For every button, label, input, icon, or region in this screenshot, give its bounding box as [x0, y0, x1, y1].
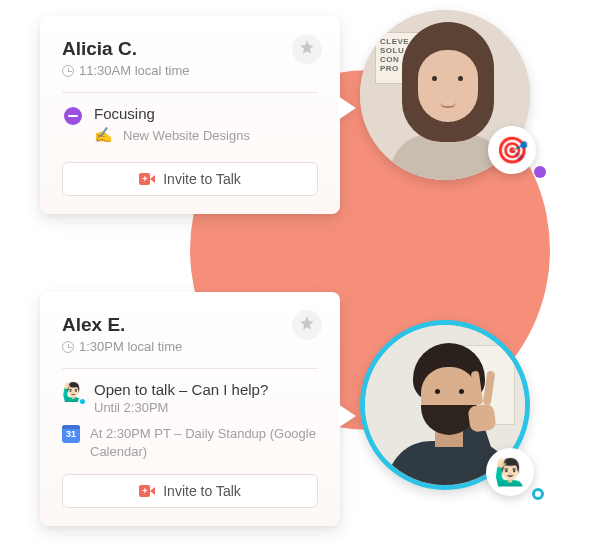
status-detail-row: ✍️ New Website Designs: [94, 126, 250, 144]
local-time-row: 1:30PM local time: [62, 339, 318, 354]
wave-icon: 🙋🏻‍♂️: [494, 457, 526, 488]
star-icon: [299, 315, 315, 335]
video-camera-icon: +: [139, 173, 155, 185]
local-time-text: 1:30PM local time: [79, 339, 182, 354]
status-detail-text: New Website Designs: [123, 128, 250, 143]
available-presence-dot-icon: [532, 488, 544, 500]
calendar-event-text: At 2:30PM PT – Daily Standup (Google Cal…: [90, 425, 318, 460]
clock-icon: [62, 341, 74, 353]
status-row: Focusing ✍️ New Website Designs: [62, 105, 318, 148]
memoji-icon: 🙋🏻‍♂️: [62, 381, 84, 403]
avatar-status-chip: 🎯: [488, 126, 536, 174]
divider: [62, 368, 318, 369]
favorite-button[interactable]: [292, 310, 322, 340]
star-icon: [299, 39, 315, 59]
user-name: Alex E.: [62, 314, 318, 336]
callout-pointer: [338, 404, 356, 428]
dnd-icon: [62, 105, 84, 127]
local-time-text: 11:30AM local time: [79, 63, 190, 78]
dnd-presence-dot-icon: [534, 166, 546, 178]
invite-button-label: Invite to Talk: [163, 483, 241, 499]
calendar-icon: [62, 425, 80, 443]
clock-icon: [62, 65, 74, 77]
status-until-text: Until 2:30PM: [94, 400, 268, 415]
video-camera-icon: +: [139, 485, 155, 497]
divider: [62, 92, 318, 93]
local-time-row: 11:30AM local time: [62, 63, 318, 78]
favorite-button[interactable]: [292, 34, 322, 64]
avatar-status-chip: 🙋🏻‍♂️: [486, 448, 534, 496]
presence-dot-icon: [78, 397, 87, 406]
calendar-event-row: At 2:30PM PT – Daily Standup (Google Cal…: [62, 425, 318, 460]
status-card-alex: Alex E. 1:30PM local time 🙋🏻‍♂️ Open to …: [40, 292, 340, 526]
status-card-alicia: Alicia C. 11:30AM local time Focusing ✍️…: [40, 16, 340, 214]
user-name: Alicia C.: [62, 38, 318, 60]
target-icon: 🎯: [496, 135, 528, 166]
invite-to-talk-button[interactable]: + Invite to Talk: [62, 474, 318, 508]
status-label: Open to talk – Can I help?: [94, 381, 268, 398]
writing-icon: ✍️: [94, 126, 113, 144]
status-row: 🙋🏻‍♂️ Open to talk – Can I help? Until 2…: [62, 381, 318, 415]
invite-to-talk-button[interactable]: + Invite to Talk: [62, 162, 318, 196]
invite-button-label: Invite to Talk: [163, 171, 241, 187]
status-label: Focusing: [94, 105, 250, 122]
callout-pointer: [338, 96, 356, 120]
